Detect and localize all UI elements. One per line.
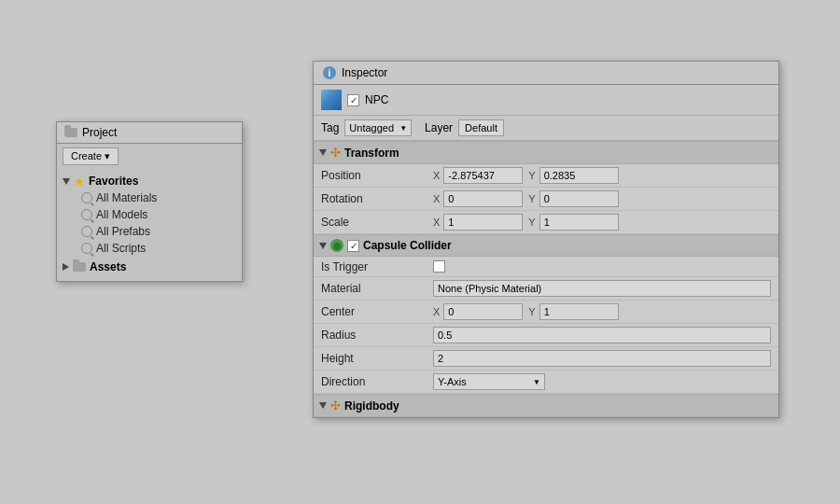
material-row: Material [314,277,778,301]
project-content: ★ Favorites All Materials All Models All… [57,169,242,281]
radius-input[interactable] [433,327,771,343]
center-y-input[interactable] [539,303,619,320]
scale-x-label: X [433,217,440,228]
rotation-x-label: X [433,193,440,204]
position-y-input[interactable] [539,167,619,184]
position-xyz: X Y [433,167,771,184]
favorites-items: All Materials All Models All Prefabs All… [57,189,242,257]
all-models-search-icon [81,209,92,220]
direction-dropdown[interactable]: Y-Axis [433,373,545,390]
position-y-label: Y [528,170,535,181]
material-input[interactable] [433,280,771,297]
rotation-row: Rotation X Y [314,188,778,211]
tag-dropdown[interactable]: Untagged [344,119,412,136]
scale-y-input[interactable] [539,214,619,231]
scale-label: Scale [321,216,433,229]
rigidbody-collapse-icon [319,402,327,409]
project-folder-icon [64,128,77,137]
scale-xyz: X Y [433,214,771,231]
all-scripts-label: All Scripts [96,242,146,255]
rotation-label: Rotation [321,192,433,205]
is-trigger-checkbox[interactable] [433,260,445,273]
position-row: Position X Y [314,164,778,188]
capsule-collider-label: Capsule Collider [363,239,452,252]
center-y-label: Y [528,306,535,317]
all-materials-search-icon [81,192,92,203]
direction-label: Direction [321,375,433,388]
favorites-header[interactable]: ★ Favorites [57,173,242,189]
direction-row: Direction Y-Axis [314,371,778,394]
center-row: Center X Y [314,301,778,324]
radius-row: Radius [314,324,778,347]
scale-y-label: Y [528,217,535,228]
favorites-star-icon: ★ [74,175,85,188]
center-xyz: X Y [433,303,771,320]
tag-label: Tag [321,121,339,134]
capsule-icon [330,239,343,252]
scale-x-input[interactable] [443,214,523,231]
project-tab[interactable]: Project [57,122,242,144]
rotation-x-input[interactable] [443,190,523,207]
all-prefabs-label: All Prefabs [96,225,150,238]
assets-header[interactable]: Assets [57,257,242,277]
npc-checkbox[interactable] [347,94,359,106]
assets-folder-icon [73,262,86,272]
capsule-checkbox[interactable] [347,240,359,252]
position-x-input[interactable] [443,167,523,184]
layer-label: Layer [425,121,453,134]
material-label: Material [321,282,433,295]
rigidbody-icon: ✣ [330,399,341,413]
all-prefabs-search-icon [81,226,92,237]
inspector-tab[interactable]: i Inspector [314,62,778,85]
layer-button[interactable]: Default [458,119,504,136]
rigidbody-section-header[interactable]: ✣ Rigidbody [314,394,778,417]
rotation-y-input[interactable] [539,190,619,207]
all-scripts-search-icon [81,243,92,254]
capsule-collapse-icon [319,243,327,249]
transform-section-header[interactable]: ✣ Transform [314,141,778,164]
is-trigger-row: Is Trigger [314,257,778,277]
tag-layer-row: Tag Untagged Layer Default [314,116,778,141]
rotation-y-label: Y [528,193,535,204]
all-models-label: All Models [96,208,147,221]
height-row: Height [314,347,778,371]
is-trigger-label: Is Trigger [321,260,433,273]
position-x-label: X [433,170,440,181]
project-tab-label: Project [82,126,117,139]
info-icon: i [323,66,336,79]
all-materials-label: All Materials [96,191,157,204]
radius-label: Radius [321,329,433,342]
height-input[interactable] [433,350,771,367]
inspector-panel: i Inspector NPC Tag Untagged Layer Defau… [313,61,779,418]
height-label: Height [321,352,433,365]
inspector-tab-label: Inspector [342,66,387,79]
center-x-label: X [433,306,440,317]
assets-label: Assets [90,260,126,273]
capsule-collider-section-header[interactable]: Capsule Collider [314,234,778,257]
center-x-input[interactable] [443,303,523,320]
project-panel: Project Create ▾ ★ Favorites All Materia… [56,121,243,282]
npc-cube-icon [321,90,342,110]
assets-expand-icon [63,263,69,271]
transform-collapse-icon [319,149,327,156]
rigidbody-label: Rigidbody [344,399,399,413]
list-item[interactable]: All Scripts [76,240,242,257]
rotation-xyz: X Y [433,190,771,207]
center-label: Center [321,305,433,318]
transform-move-icon: ✣ [330,146,341,160]
transform-label: Transform [344,147,399,160]
list-item[interactable]: All Prefabs [76,223,242,240]
list-item[interactable]: All Materials [76,189,242,206]
position-label: Position [321,169,433,182]
scale-row: Scale X Y [314,211,778,234]
create-button[interactable]: Create ▾ [57,144,242,169]
favorites-label: Favorites [89,175,138,188]
npc-name-label: NPC [365,93,388,106]
npc-header: NPC [314,85,778,116]
favorites-collapse-icon [63,178,70,185]
list-item[interactable]: All Models [76,206,242,223]
